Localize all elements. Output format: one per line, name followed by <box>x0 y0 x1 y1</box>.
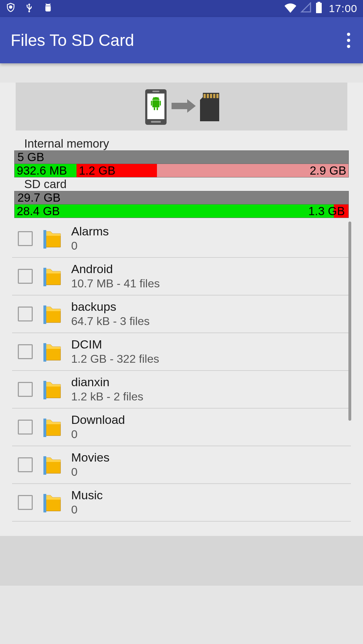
file-checkbox[interactable] <box>18 269 33 284</box>
app-title: Files To SD Card <box>11 31 134 50</box>
folder-icon <box>43 304 62 324</box>
folder-icon <box>43 417 62 437</box>
svg-rect-24 <box>43 305 46 324</box>
svg-rect-10 <box>151 101 152 106</box>
android-debug-icon <box>43 2 53 15</box>
folder-icon <box>43 342 62 362</box>
file-details: 64.7 kB - 3 files <box>71 314 150 329</box>
file-checkbox[interactable] <box>18 344 33 359</box>
scrollbar[interactable] <box>348 222 351 421</box>
folder-icon <box>43 455 62 475</box>
folder-icon <box>43 493 62 512</box>
file-details: 10.7 MB - 41 files <box>71 276 160 291</box>
file-row[interactable]: backups 64.7 kB - 3 files <box>12 296 351 333</box>
file-checkbox[interactable] <box>18 231 33 246</box>
storage-segment: 28.4 GB <box>15 204 334 218</box>
sdcard-storage-label: SD card <box>14 177 349 191</box>
signal-icon <box>300 2 312 15</box>
status-left-icons <box>6 1 53 16</box>
file-name: Movies <box>71 450 110 465</box>
shield-icon <box>6 2 16 15</box>
storage-segment: 1.2 GB <box>77 164 157 177</box>
status-bar: 17:00 <box>0 0 363 17</box>
file-name: Android <box>71 262 160 276</box>
battery-icon <box>315 2 322 16</box>
folder-icon <box>43 379 62 399</box>
sdcard-storage-total: 29.7 GB <box>14 191 349 204</box>
sdcard-storage-section: SD card 29.7 GB 28.4 GB1.3 GB <box>14 177 349 218</box>
file-checkbox[interactable] <box>18 420 33 435</box>
file-checkbox[interactable] <box>18 382 33 397</box>
storage-segment: 1.3 GB <box>334 204 348 218</box>
wifi-icon <box>284 2 297 15</box>
file-list[interactable]: Alarms 0 Android 10.7 MB - 41 files back… <box>12 220 351 522</box>
internal-storage-total: 5 GB <box>14 150 349 164</box>
svg-point-0 <box>10 6 12 8</box>
file-name: Music <box>71 488 103 502</box>
transfer-banner[interactable] <box>16 83 347 131</box>
internal-storage-bar: 932.6 MB1.2 GB2.9 GB <box>14 164 349 177</box>
file-checkbox[interactable] <box>18 457 33 472</box>
file-checkbox[interactable] <box>18 495 33 510</box>
file-details: 0 <box>71 502 103 517</box>
svg-rect-3 <box>316 2 322 13</box>
overflow-menu-button[interactable] <box>347 33 352 48</box>
file-details: 1.2 GB - 322 files <box>71 352 159 367</box>
file-name: DCIM <box>71 337 159 352</box>
svg-rect-29 <box>43 494 46 512</box>
usb-icon <box>24 1 34 16</box>
phone-to-sd-icon <box>139 87 224 126</box>
file-name: Download <box>71 413 125 427</box>
internal-storage-label: Internal memory <box>14 137 349 150</box>
svg-rect-4 <box>317 2 320 3</box>
folder-icon <box>43 229 62 249</box>
svg-rect-18 <box>207 94 209 98</box>
file-row[interactable]: Movies 0 <box>12 446 351 484</box>
svg-rect-19 <box>210 94 212 98</box>
svg-rect-27 <box>43 419 46 437</box>
file-details: 0 <box>71 427 125 442</box>
svg-rect-13 <box>157 107 158 110</box>
file-row[interactable]: DCIM 1.2 GB - 322 files <box>12 333 351 371</box>
file-name: Alarms <box>71 224 109 239</box>
folder-icon <box>43 266 62 286</box>
file-name: dianxin <box>71 375 143 389</box>
svg-rect-21 <box>216 94 219 98</box>
sdcard-storage-bar: 28.4 GB1.3 GB <box>14 204 349 218</box>
file-details: 0 <box>71 239 109 254</box>
file-row[interactable]: Download 0 <box>12 409 351 446</box>
status-right-icons: 17:00 <box>284 2 357 16</box>
svg-rect-25 <box>43 343 46 362</box>
svg-rect-16 <box>172 103 187 109</box>
file-row[interactable]: Alarms 0 <box>12 220 351 258</box>
file-row[interactable]: dianxin 1.2 kB - 2 files <box>12 371 351 409</box>
app-bar: Files To SD Card <box>0 17 363 63</box>
svg-rect-11 <box>160 101 161 106</box>
svg-rect-7 <box>152 91 159 92</box>
file-row[interactable]: Music 0 <box>12 484 351 522</box>
file-details: 1.2 kB - 2 files <box>71 389 143 404</box>
svg-rect-8 <box>151 121 161 123</box>
svg-rect-26 <box>43 381 46 399</box>
footer-ad-space <box>0 536 363 586</box>
storage-segment: 932.6 MB <box>15 164 77 177</box>
svg-rect-20 <box>213 94 215 98</box>
svg-rect-17 <box>204 94 206 98</box>
file-checkbox[interactable] <box>18 307 33 321</box>
svg-rect-22 <box>43 230 46 249</box>
storage-segment: 2.9 GB <box>157 164 348 177</box>
svg-rect-12 <box>154 107 155 110</box>
svg-rect-9 <box>152 100 159 107</box>
file-details: 0 <box>71 465 110 480</box>
svg-rect-23 <box>43 268 46 286</box>
file-row[interactable]: Android 10.7 MB - 41 files <box>12 258 351 296</box>
file-name: backups <box>71 299 150 314</box>
main-content: Internal memory 5 GB 932.6 MB1.2 GB2.9 G… <box>0 83 363 586</box>
internal-storage-section: Internal memory 5 GB 932.6 MB1.2 GB2.9 G… <box>14 137 349 177</box>
svg-rect-28 <box>43 456 46 475</box>
status-time: 17:00 <box>329 2 357 15</box>
